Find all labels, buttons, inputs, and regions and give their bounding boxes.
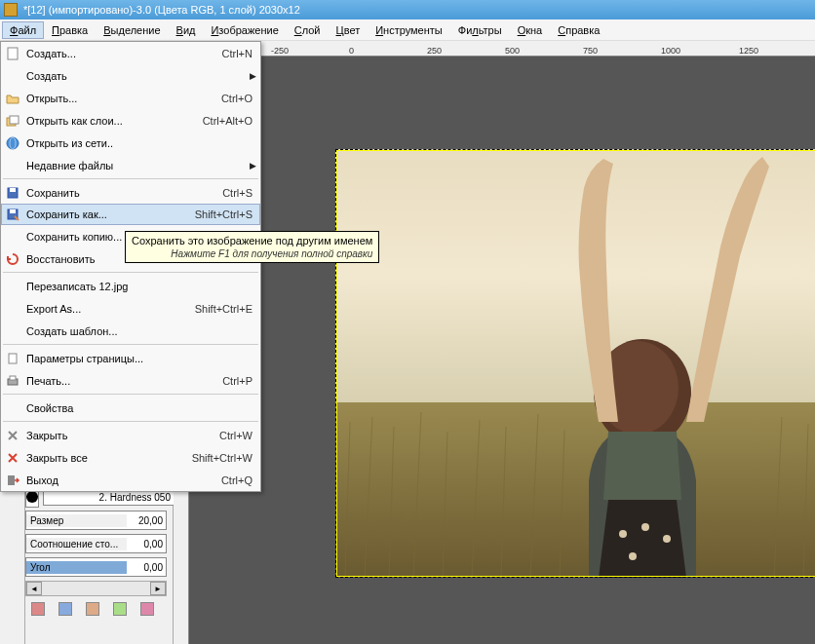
- ratio-label: Соотношение сто...: [26, 538, 127, 550]
- scroll-left-icon[interactable]: ◄: [26, 582, 42, 595]
- tooltip: Сохранить это изображение под другим име…: [125, 231, 379, 263]
- tooltip-text: Сохранить это изображение под другим име…: [132, 235, 372, 246]
- menu-item-print[interactable]: Печать... Ctrl+P: [1, 369, 260, 392]
- quit-icon: [5, 473, 20, 488]
- menu-item-open-layers[interactable]: Открыть как слои... Ctrl+Alt+O: [1, 109, 260, 132]
- close-all-icon: [5, 450, 20, 466]
- save-icon: [5, 185, 20, 201]
- svg-rect-30: [10, 376, 16, 380]
- svg-rect-31: [8, 475, 15, 485]
- ruler-mark: 500: [505, 46, 520, 56]
- page-setup-icon: [5, 351, 20, 366]
- scroll-right-icon[interactable]: ►: [150, 582, 166, 595]
- menubar: Файл Правка Выделение Вид Изображение Сл…: [0, 19, 815, 41]
- angle-value[interactable]: 0,00: [127, 561, 166, 574]
- menu-select[interactable]: Выделение: [96, 21, 168, 39]
- angle-label: Угол: [26, 561, 127, 574]
- ratio-value[interactable]: 0,00: [127, 538, 166, 550]
- submenu-arrow-icon: ▶: [250, 71, 256, 81]
- menu-item-export[interactable]: Export As... Shift+Ctrl+E: [1, 297, 260, 320]
- menu-item-close[interactable]: Закрыть Ctrl+W: [1, 424, 260, 446]
- tab-thumb[interactable]: [86, 602, 99, 616]
- svg-rect-25: [10, 188, 16, 192]
- menu-item-create[interactable]: Создать ▶: [1, 64, 260, 87]
- canvas-image[interactable]: [335, 149, 815, 578]
- horizontal-ruler[interactable]: -500 -250 0 250 500 750 1000 1250: [174, 41, 815, 57]
- file-menu-dropdown: Создать... Ctrl+N Создать ▶ Открыть... C…: [0, 41, 261, 492]
- svg-rect-28: [9, 354, 17, 363]
- menu-windows[interactable]: Окна: [510, 21, 551, 39]
- ruler-mark: -250: [271, 46, 289, 56]
- tab-thumb[interactable]: [58, 602, 72, 616]
- menu-help[interactable]: Справка: [550, 21, 607, 39]
- menu-item-save[interactable]: Сохранить Ctrl+S: [1, 181, 260, 204]
- canvas-viewport[interactable]: [189, 57, 815, 644]
- menu-item-new[interactable]: Создать... Ctrl+N: [1, 42, 260, 64]
- app-icon: [4, 3, 18, 17]
- svg-rect-19: [8, 48, 18, 59]
- tooltip-hint: Нажмите F1 для получения полной справки: [132, 248, 372, 259]
- canvas-area: -500 -250 0 250 500 750 1000 1250: [174, 41, 815, 644]
- menu-separator: [3, 394, 258, 395]
- print-icon: [5, 373, 20, 389]
- menu-item-open-web[interactable]: Открыть из сети..: [1, 132, 260, 154]
- menu-layer[interactable]: Слой: [287, 21, 329, 39]
- menu-view[interactable]: Вид: [169, 21, 204, 39]
- menu-tools[interactable]: Инструменты: [368, 21, 450, 39]
- tab-thumb[interactable]: [31, 602, 45, 616]
- menu-separator: [3, 344, 258, 345]
- menu-item-recent[interactable]: Недавние файлы ▶: [1, 154, 260, 176]
- submenu-arrow-icon: ▶: [250, 161, 256, 170]
- menu-item-save-as[interactable]: Сохранить как... Shift+Ctrl+S: [1, 204, 260, 225]
- menu-item-quit[interactable]: Выход Ctrl+Q: [1, 469, 260, 491]
- ruler-mark: 1250: [739, 46, 758, 56]
- ruler-mark: 750: [583, 46, 598, 56]
- titlebar: *[12] (импортировано)-3.0 (Цвета RGB, 1 …: [0, 0, 815, 19]
- menu-item-close-all[interactable]: Закрыть все Shift+Ctrl+W: [1, 446, 260, 469]
- menu-item-page-setup[interactable]: Параметры страницы...: [1, 347, 260, 369]
- menu-item-overwrite[interactable]: Перезаписать 12.jpg: [1, 275, 260, 297]
- svg-rect-27: [10, 209, 16, 213]
- ruler-mark: 1000: [661, 46, 680, 56]
- menu-separator: [3, 178, 258, 179]
- menu-item-template[interactable]: Создать шаблон...: [1, 320, 260, 342]
- menu-file[interactable]: Файл: [2, 21, 44, 39]
- menu-separator: [3, 421, 258, 422]
- layers-icon: [5, 113, 20, 129]
- menu-item-properties[interactable]: Свойства: [1, 397, 260, 419]
- save-as-icon: [5, 207, 20, 222]
- svg-rect-21: [10, 116, 19, 124]
- ruler-mark: 250: [427, 46, 442, 56]
- menu-separator: [3, 272, 258, 273]
- svg-point-22: [7, 137, 19, 149]
- titlebar-text: *[12] (импортировано)-3.0 (Цвета RGB, 1 …: [23, 4, 300, 16]
- tab-thumb[interactable]: [140, 602, 154, 616]
- menu-edit[interactable]: Правка: [44, 21, 96, 39]
- close-icon: [5, 428, 20, 443]
- menu-item-open[interactable]: Открыть... Ctrl+O: [1, 87, 260, 109]
- menu-filters[interactable]: Фильтры: [450, 21, 510, 39]
- menu-color[interactable]: Цвет: [329, 21, 369, 39]
- selection-marquee: [335, 149, 815, 578]
- menu-image[interactable]: Изображение: [203, 21, 286, 39]
- ruler-mark: 0: [349, 46, 354, 56]
- panel-tabs: [25, 602, 167, 616]
- new-file-icon: [5, 46, 20, 61]
- size-value[interactable]: 20,00: [127, 514, 166, 527]
- panel-scrollbar[interactable]: ◄ ►: [25, 581, 167, 596]
- tab-thumb[interactable]: [113, 602, 127, 616]
- revert-icon: [5, 251, 20, 267]
- folder-open-icon: [5, 91, 20, 106]
- globe-icon: [5, 135, 20, 151]
- size-label: Размер: [26, 514, 127, 527]
